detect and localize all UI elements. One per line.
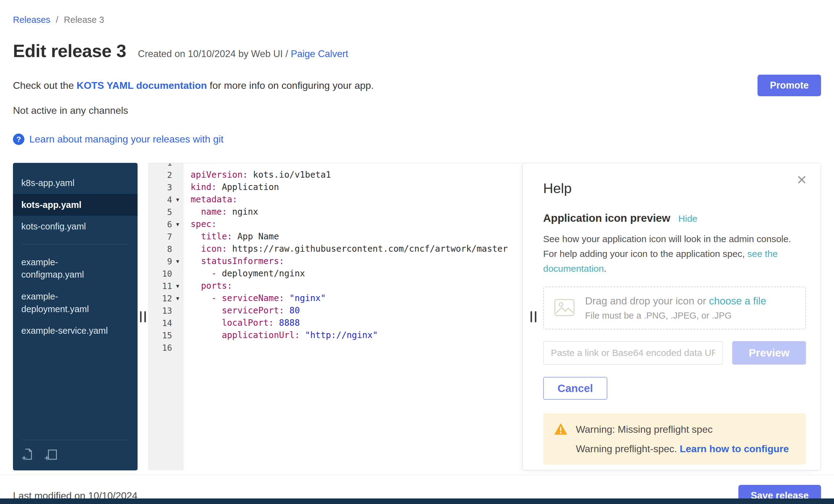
warning-line2-text: Warning preflight-spec. (576, 443, 677, 454)
fold-caret-icon[interactable]: ▾ (172, 196, 183, 203)
yaml-editor[interactable]: 1---2apiVersion: kots.io/v1beta13kind: A… (148, 163, 523, 470)
docs-suffix: for more info on configuring your app. (210, 80, 374, 91)
warning-text: Warning: Missing preflight spec Warning … (576, 422, 789, 455)
code-text: icon: https://raw.githubusercontent.com/… (183, 243, 523, 255)
help-description: See how your application icon will look … (543, 232, 806, 276)
sidebar-file-k8s-app.yaml[interactable]: k8s-app.yaml (13, 172, 137, 194)
code-line[interactable]: 13 servicePort: 80 (148, 304, 523, 317)
icon-preview-header: Application icon preview Hide (543, 212, 806, 224)
code-line[interactable]: 7 title: App Name (148, 231, 523, 243)
code-line[interactable]: 15 applicationUrl: "http://nginx" (148, 329, 523, 342)
breadcrumb-releases-link[interactable]: Releases (13, 15, 50, 25)
fold-caret-icon[interactable]: ▾ (172, 294, 183, 302)
code-line[interactable]: 4▾metadata: (148, 193, 523, 206)
line-number-gutter: 5 (148, 206, 183, 218)
code-line[interactable]: 16 (148, 342, 523, 354)
code-text: applicationUrl: "http://nginx" (183, 329, 523, 342)
line-number: 6 (167, 220, 172, 229)
warning-line2: Warning preflight-spec. Learn how to con… (576, 443, 789, 455)
code-text: ports: (183, 280, 523, 292)
fold-caret-icon[interactable]: ▾ (172, 221, 183, 228)
code-line[interactable]: 2apiVersion: kots.io/v1beta1 (148, 169, 523, 181)
code-text: localPort: 8888 (183, 317, 523, 329)
title-row: Edit release 3 Created on 10/10/2024 by … (13, 40, 821, 61)
image-placeholder-icon (554, 299, 575, 317)
choose-file-link[interactable]: choose a file (709, 295, 766, 307)
hide-link[interactable]: Hide (678, 214, 697, 224)
line-number: 3 (167, 182, 172, 192)
icon-url-input[interactable] (543, 341, 723, 365)
docs-row: Check out the KOTS YAML documentation fo… (13, 75, 821, 96)
line-number-gutter: 14 (148, 317, 183, 329)
kots-yaml-docs-link[interactable]: KOTS YAML documentation (76, 80, 207, 91)
code-line[interactable]: 3kind: Application (148, 181, 523, 193)
code-line[interactable]: 11▾ ports: (148, 280, 523, 292)
line-number-gutter: 7 (148, 231, 183, 243)
sidebar-file-example-configmap.yaml[interactable]: example-configmap.yaml (13, 251, 137, 286)
code-text: apiVersion: kots.io/v1beta1 (183, 169, 523, 181)
dropzone-line1: Drag and drop your icon or (585, 295, 706, 307)
code-line[interactable]: 5 name: nginx (148, 206, 523, 218)
created-text: Created on 10/10/2024 by Web UI / (138, 48, 288, 59)
line-number-gutter: 13 (148, 304, 183, 317)
code-line[interactable]: 14 localPort: 8888 (148, 317, 523, 329)
code-text: - deployment/nginx (183, 267, 523, 280)
question-badge-icon: ? (13, 134, 24, 145)
line-number: 13 (162, 306, 172, 315)
file-list: k8s-app.yamlkots-app.yamlkots-config.yam… (13, 172, 137, 342)
help-description-end: . (604, 263, 607, 273)
line-number-gutter: 9▾ (148, 255, 183, 267)
warning-line1: Warning: Missing preflight spec (576, 422, 789, 435)
code-text: statusInformers: (183, 255, 523, 267)
line-number-gutter: 16 (148, 342, 183, 354)
line-number-gutter: 10 (148, 267, 183, 280)
upload-file-icon[interactable] (21, 447, 35, 461)
edit-release-page: Releases / Release 3 Edit release 3 Crea… (0, 0, 834, 504)
help-resize-handle[interactable] (530, 311, 536, 322)
line-number-gutter: 12▾ (148, 292, 183, 304)
git-help-row: ? Learn about managing your releases wit… (13, 134, 821, 145)
code-line[interactable]: 12▾ - serviceName: "nginx" (148, 292, 523, 304)
cancel-button[interactable]: Cancel (543, 377, 607, 400)
sidebar-file-kots-config.yaml[interactable]: kots-config.yaml (13, 216, 137, 238)
code-line[interactable]: 6▾spec: (148, 218, 523, 231)
line-number-gutter: 3 (148, 181, 183, 193)
file-sidebar: k8s-app.yamlkots-app.yamlkots-config.yam… (13, 163, 137, 470)
code-line[interactable]: 1--- (148, 163, 523, 169)
line-number: 7 (167, 232, 172, 242)
close-icon[interactable]: ✕ (796, 174, 807, 187)
fold-caret-icon[interactable]: ▾ (172, 258, 183, 265)
icon-dropzone[interactable]: Drag and drop your icon or choose a file… (543, 287, 806, 329)
learn-how-to-configure-link[interactable]: Learn how to configure (680, 443, 789, 454)
line-number: 9 (167, 257, 172, 266)
help-panel: ✕ Help Application icon preview Hide See… (523, 163, 821, 470)
promote-button[interactable]: Promote (758, 75, 821, 96)
breadcrumb-current: Release 3 (64, 15, 104, 25)
line-number: 4 (167, 195, 172, 204)
line-number: 11 (162, 281, 172, 291)
preview-button[interactable]: Preview (732, 341, 806, 365)
sidebar-footer (13, 440, 137, 470)
author-link[interactable]: Paige Calvert (291, 48, 348, 59)
line-number: 8 (167, 244, 172, 254)
created-info: Created on 10/10/2024 by Web UI / Paige … (138, 48, 348, 60)
sidebar-file-example-service.yaml[interactable]: example-service.yaml (13, 320, 137, 342)
breadcrumb: Releases / Release 3 (13, 15, 821, 25)
code-line[interactable]: 9▾ statusInformers: (148, 255, 523, 267)
code-text: title: App Name (183, 231, 523, 243)
channel-status: Not active in any channels (13, 105, 821, 116)
new-file-icon[interactable] (44, 447, 58, 461)
code-text: spec: (183, 218, 523, 231)
sidebar-file-example-deployment.yaml[interactable]: example-deployment.yaml (13, 286, 137, 320)
code-line[interactable]: 8 icon: https://raw.githubusercontent.co… (148, 243, 523, 255)
code-text: - serviceName: "nginx" (183, 292, 523, 304)
page-title: Edit release 3 (13, 40, 126, 61)
sidebar-resize-handle[interactable] (140, 311, 146, 322)
code-line[interactable]: 10 - deployment/nginx (148, 267, 523, 280)
git-releases-link[interactable]: Learn about managing your releases with … (29, 134, 224, 145)
sidebar-file-kots-app.yaml[interactable]: kots-app.yaml (13, 194, 137, 216)
fold-caret-icon[interactable]: ▾ (172, 282, 183, 290)
code-text: kind: Application (183, 181, 523, 193)
line-number-gutter: 1 (148, 163, 183, 169)
icon-preview-title: Application icon preview (543, 212, 670, 224)
